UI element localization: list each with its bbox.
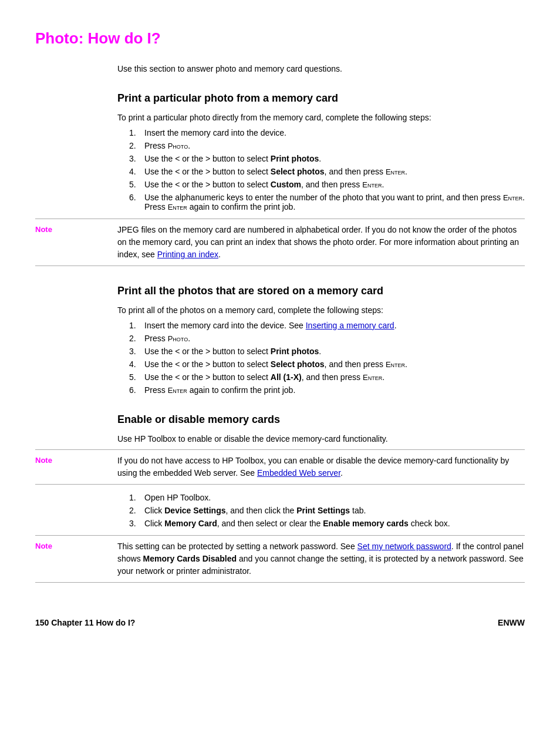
footer-right: ENWW	[498, 618, 525, 627]
step-num: 4.	[129, 359, 144, 369]
step-num: 6.	[129, 193, 144, 211]
step-num: 1.	[129, 321, 144, 330]
page-title: Photo: How do I?	[35, 29, 525, 48]
step-item: 3. Use the < or the > button to select P…	[129, 347, 525, 356]
keyword-enter: Enter	[362, 180, 382, 189]
intro-text: Use this section to answer photo and mem…	[117, 64, 525, 73]
step-text: Use the < or the > button to select Sele…	[144, 167, 525, 176]
step-item: 4. Use the < or the > button to select S…	[129, 359, 525, 369]
section-2-steps: 1. Insert the memory card into the devic…	[129, 321, 525, 395]
printing-an-index-link[interactable]: Printing an index	[157, 250, 218, 259]
section-enable-disable: Enable or disable memory cards Use HP To…	[35, 414, 525, 583]
step-item: 2. Press Photo.	[129, 334, 525, 343]
step-text: Use the < or the > button to select All …	[144, 372, 525, 382]
step-text: Open HP Toolbox.	[144, 493, 525, 502]
step-num: 4.	[129, 167, 144, 176]
step-item: 3. Click Memory Card, and then select or…	[129, 519, 525, 528]
section-1-intro: To print a particular photo directly fro…	[117, 113, 525, 122]
note-block-3: Note This setting can be protected by se…	[35, 535, 525, 583]
step-text: Press Photo.	[144, 141, 525, 150]
step-num: 1.	[129, 493, 144, 502]
keyword-enter: Enter	[503, 193, 522, 202]
step-item: 1. Insert the memory card into the devic…	[129, 128, 525, 137]
step-text: Use the < or the > button to select Prin…	[144, 154, 525, 163]
step-num: 2.	[129, 506, 144, 515]
step-num: 3.	[129, 519, 144, 528]
step-item: 6. Use the alphanumeric keys to enter th…	[129, 193, 525, 211]
step-text: Click Memory Card, and then select or cl…	[144, 519, 525, 528]
section-3-intro: Use HP Toolbox to enable or disable the …	[117, 434, 525, 443]
keyword-enter: Enter	[168, 386, 187, 395]
inserting-memory-card-link[interactable]: Inserting a memory card	[306, 321, 394, 330]
keyword-enter: Enter	[386, 167, 405, 176]
note-text: JPEG files on the memory card are number…	[117, 224, 525, 261]
step-item: 1. Open HP Toolbox.	[129, 493, 525, 502]
section-3-steps: 1. Open HP Toolbox. 2. Click Device Sett…	[129, 493, 525, 528]
section-all-photos: Print all the photos that are stored on …	[35, 285, 525, 395]
step-item: 4. Use the < or the > button to select S…	[129, 167, 525, 176]
section-3-heading: Enable or disable memory cards	[117, 414, 525, 426]
step-num: 3.	[129, 347, 144, 356]
step-text: Insert the memory card into the device. …	[144, 321, 525, 330]
step-num: 1.	[129, 128, 144, 137]
step-item: 2. Press Photo.	[129, 141, 525, 150]
step-text: Use the < or the > button to select Sele…	[144, 359, 525, 369]
step-text: Insert the memory card into the device.	[144, 128, 525, 137]
step-item: 1. Insert the memory card into the devic…	[129, 321, 525, 330]
keyword-photo: Photo	[168, 142, 188, 150]
note-block-2: Note If you do not have access to HP Too…	[35, 449, 525, 485]
section-particular-photo: Print a particular photo from a memory c…	[35, 92, 525, 266]
section-1-heading: Print a particular photo from a memory c…	[117, 92, 525, 105]
step-text: Click Device Settings, and then click th…	[144, 506, 525, 515]
step-item: 3. Use the < or the > button to select P…	[129, 154, 525, 163]
step-num: 6.	[129, 385, 144, 395]
step-text: Press Enter again to confirm the print j…	[144, 385, 525, 395]
set-network-password-link[interactable]: Set my network password	[357, 542, 451, 551]
keyword-photo: Photo	[168, 334, 188, 343]
step-num: 3.	[129, 154, 144, 163]
keyword-enter: Enter	[386, 360, 405, 369]
note-label: Note	[35, 455, 117, 479]
note-text: If you do not have access to HP Toolbox,…	[117, 455, 525, 479]
step-text: Use the < or the > button to select Prin…	[144, 347, 525, 356]
keyword-enter: Enter	[168, 203, 187, 211]
embedded-web-server-link[interactable]: Embedded Web server	[257, 468, 340, 478]
step-item: 2. Click Device Settings, and then click…	[129, 506, 525, 515]
note-label: Note	[35, 540, 117, 577]
keyword-enter: Enter	[363, 373, 382, 382]
step-num: 5.	[129, 180, 144, 189]
note-block-1: Note JPEG files on the memory card are n…	[35, 219, 525, 266]
footer-left: 150 Chapter 11 How do I?	[35, 618, 135, 627]
step-num: 2.	[129, 334, 144, 343]
step-text: Use the < or the > button to select Cust…	[144, 180, 525, 189]
step-text: Use the alphanumeric keys to enter the n…	[144, 193, 525, 211]
step-item: 6. Press Enter again to confirm the prin…	[129, 385, 525, 395]
section-2-intro: To print all of the photos on a memory c…	[117, 305, 525, 315]
step-item: 5. Use the < or the > button to select A…	[129, 372, 525, 382]
section-2-heading: Print all the photos that are stored on …	[117, 285, 525, 297]
page-footer: 150 Chapter 11 How do I? ENWW	[35, 618, 525, 627]
step-num: 5.	[129, 372, 144, 382]
step-text: Press Photo.	[144, 334, 525, 343]
note-label: Note	[35, 224, 117, 261]
section-1-steps: 1. Insert the memory card into the devic…	[129, 128, 525, 211]
step-num: 2.	[129, 141, 144, 150]
step-item: 5. Use the < or the > button to select C…	[129, 180, 525, 189]
note-text: This setting can be protected by setting…	[117, 540, 525, 577]
